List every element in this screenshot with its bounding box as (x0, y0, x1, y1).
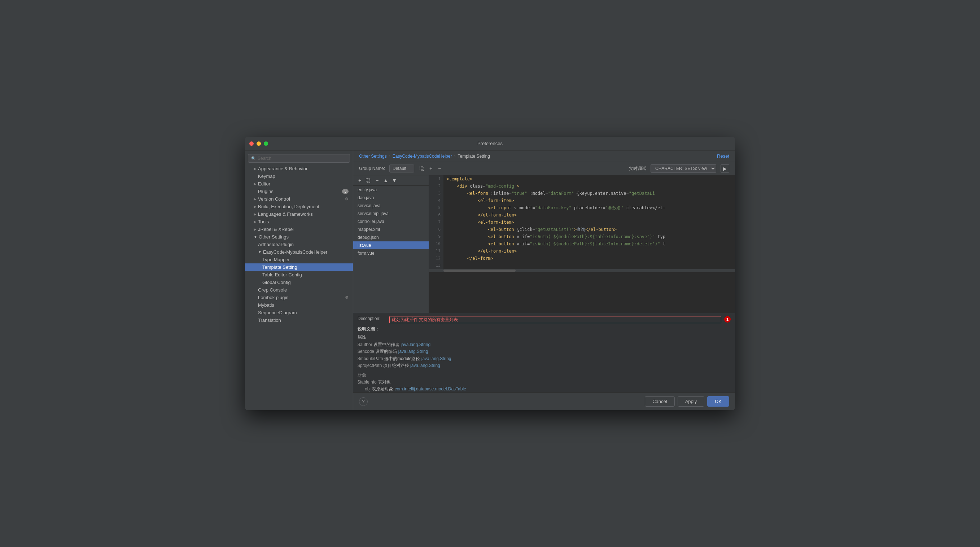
move-up-button[interactable]: ▲ (382, 177, 389, 184)
sidebar-item-label: Lombok plugin (258, 295, 289, 300)
sidebar-item-label: Table Editor Config (262, 272, 302, 277)
sidebar-item-label: EasyCode-MybatisCodeHelper (263, 249, 327, 255)
sidebar-item-mybatis[interactable]: Mybatis (245, 301, 353, 309)
horizontal-scrollbar[interactable] (429, 269, 735, 272)
code-line-2: 2 <div class="mod-config"> (429, 183, 735, 190)
bottom-bar: ? Cancel Apply OK (353, 392, 735, 410)
sidebar-item-global-config[interactable]: Global Config (245, 278, 353, 286)
help-button[interactable]: ? (359, 397, 368, 406)
copy-file-button[interactable]: ⿻ (365, 177, 372, 184)
doc-item: $tableInfo 表对象 (358, 379, 731, 386)
move-down-button[interactable]: ▼ (391, 177, 398, 184)
arrow-icon: ▶ (254, 212, 256, 216)
doc-section: 说明文档： 属性 $author 设置中的作者 java.lang.String… (358, 326, 731, 392)
apply-button[interactable]: Apply (678, 396, 705, 407)
sidebar-item-label: Tools (258, 219, 269, 224)
sidebar-item-label: Mybatis (258, 302, 274, 308)
code-editor[interactable]: 1 <template> 2 <div class="mod-config"> … (429, 175, 735, 313)
title-bar: Preferences (245, 137, 735, 151)
minimize-button[interactable] (256, 142, 261, 146)
sidebar-item-label: Languages & Frameworks (258, 211, 313, 217)
ok-button[interactable]: OK (707, 396, 729, 407)
arrow-icon: ▶ (254, 220, 256, 224)
sidebar-item-translation[interactable]: Translation (245, 316, 353, 324)
maximize-button[interactable] (264, 142, 268, 146)
copy-icon[interactable]: ⿻ (418, 165, 426, 172)
preferences-window: Preferences 🔍 Search ▶ Appearance & Beha… (245, 137, 735, 410)
description-label: Description: (358, 316, 387, 321)
doc-content: 属性 $author 设置中的作者 java.lang.String $enco… (358, 334, 731, 392)
sidebar-item-tools[interactable]: ▶ Tools (245, 218, 353, 226)
add-template-button[interactable]: + (427, 165, 434, 172)
plugins-badge: 3 (342, 189, 348, 194)
search-placeholder: Search (258, 156, 271, 161)
file-item[interactable]: controller.java (353, 218, 429, 226)
sidebar-item-version-control[interactable]: ▶ Version Control ⚙ (245, 195, 353, 203)
arrow-icon: ▶ (254, 205, 256, 208)
sidebar-item-template-setting[interactable]: Template Setting (245, 263, 353, 271)
sidebar-item-label: Global Config (262, 280, 291, 285)
file-item-selected[interactable]: list.vue (353, 242, 429, 249)
sidebar-item-label: JRebel & XRebel (258, 227, 294, 232)
code-line-12: 12 </el-form> (429, 255, 735, 262)
file-item[interactable]: mapper.xml (353, 226, 429, 234)
right-panel: Other Settings › EasyCode-MybatisCodeHel… (353, 151, 735, 410)
file-item[interactable]: debug.json (353, 234, 429, 242)
file-item[interactable]: serviceImpl.java (353, 210, 429, 218)
sidebar-item-lombok[interactable]: Lombok plugin ⚙ (245, 294, 353, 301)
sidebar-item-type-mapper[interactable]: Type Mapper (245, 256, 353, 263)
doc-item: $encode 设置的编码 java.lang.String (358, 348, 731, 355)
file-item[interactable]: dao.java (353, 194, 429, 202)
realtime-select[interactable]: CHARACTER_SETS: view (651, 164, 716, 173)
breadcrumb-bar: Other Settings › EasyCode-MybatisCodeHel… (353, 151, 735, 162)
scrollbar-thumb[interactable] (444, 270, 515, 272)
sidebar-item-editor[interactable]: ▶ Editor (245, 180, 353, 188)
sidebar-item-label: Appearance & Behavior (258, 166, 307, 172)
add-file-button[interactable]: + (356, 177, 363, 184)
close-button[interactable] (249, 142, 254, 146)
sidebar-item-languages[interactable]: ▶ Languages & Frameworks (245, 210, 353, 218)
arrow-icon: ▶ (254, 167, 256, 171)
sidebar-item-label: Version Control (258, 196, 290, 202)
sidebar-item-grep[interactable]: Grep Console (245, 286, 353, 294)
breadcrumb-easycode[interactable]: EasyCode-MybatisCodeHelper (393, 154, 452, 159)
search-box[interactable]: 🔍 Search (248, 154, 350, 163)
arrow-icon: ▶ (254, 182, 256, 186)
sidebar-item-sequence[interactable]: SequenceDiagram (245, 309, 353, 316)
code-line-7: 7 <el-form-item> (429, 219, 735, 226)
file-item[interactable]: service.java (353, 202, 429, 210)
doc-item: $author 设置中的作者 java.lang.String (358, 341, 731, 348)
remove-file-button[interactable]: − (374, 177, 381, 184)
code-line-3: 3 <el-form :inline="true" :model="dataFo… (429, 190, 735, 197)
file-item[interactable]: entity.java (353, 186, 429, 194)
main-content: 🔍 Search ▶ Appearance & Behavior Keymap … (245, 151, 735, 410)
sidebar-item-build[interactable]: ▶ Build, Execution, Deployment (245, 203, 353, 210)
description-input[interactable] (389, 316, 721, 323)
file-list-toolbar: + ⿻ − ▲ ▼ (353, 175, 429, 186)
sidebar-item-arthas[interactable]: ArthasIdeaPlugin (245, 241, 353, 248)
sidebar-item-appearance[interactable]: ▶ Appearance & Behavior (245, 165, 353, 172)
editor-file-area: + ⿻ − ▲ ▼ entity.java dao.java service.j… (353, 175, 735, 313)
traffic-lights (249, 142, 268, 146)
sidebar-item-keymap[interactable]: Keymap (245, 172, 353, 180)
breadcrumb-other-settings[interactable]: Other Settings (359, 154, 387, 159)
code-line-5: 5 <el-input v-model="dataForm.key" place… (429, 204, 735, 211)
sidebar-item-jrebel[interactable]: ▶ JRebel & XRebel (245, 226, 353, 233)
sidebar-item-table-editor[interactable]: Table Editor Config (245, 271, 353, 278)
file-item[interactable]: form.vue (353, 249, 429, 257)
sidebar-item-easycode[interactable]: ▼ EasyCode-MybatisCodeHelper (245, 248, 353, 256)
description-area: Description: 1 说明文档： 属性 $author 设置中的作者 j… (353, 313, 735, 392)
cancel-button[interactable]: Cancel (645, 396, 675, 407)
sidebar: 🔍 Search ▶ Appearance & Behavior Keymap … (245, 151, 353, 410)
sidebar-item-other-settings[interactable]: ▼ Other Settings (245, 233, 353, 241)
group-name-select[interactable]: Default (389, 165, 414, 172)
sidebar-item-label: Type Mapper (262, 257, 290, 262)
arrow-icon: ▶ (254, 227, 256, 231)
template-toolbar: Group Name: Default ⿻ + − 实时调试 CHARACTER… (353, 162, 735, 175)
sidebar-item-plugins[interactable]: Plugins 3 (245, 188, 353, 195)
remove-template-button[interactable]: − (436, 165, 443, 172)
breadcrumb-current: Template Setting (458, 154, 490, 159)
file-list: + ⿻ − ▲ ▼ entity.java dao.java service.j… (353, 175, 429, 313)
reset-button[interactable]: Reset (717, 153, 729, 159)
run-button[interactable]: ▶ (721, 164, 729, 173)
